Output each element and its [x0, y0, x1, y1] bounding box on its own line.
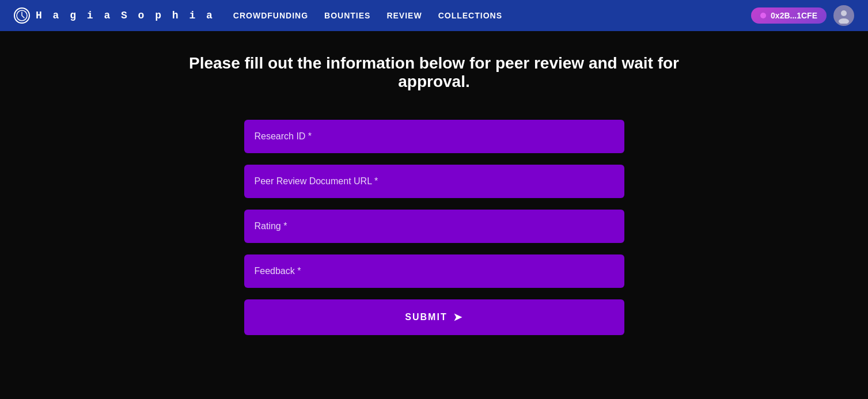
page-title: Please fill out the information below fo…: [175, 54, 693, 91]
submit-button[interactable]: SUBMIT ➤: [244, 299, 624, 335]
wallet-address: 0x2B...1CFE: [771, 11, 817, 20]
nav-bounties[interactable]: BOUNTIES: [324, 11, 370, 20]
nav-crowdfunding[interactable]: CROWDFUNDING: [233, 11, 308, 20]
nav-review[interactable]: REVIEW: [386, 11, 422, 20]
nav-links: CROWDFUNDING BOUNTIES REVIEW COLLECTIONS: [233, 11, 502, 20]
avatar[interactable]: [833, 5, 854, 26]
submit-label: SUBMIT: [405, 312, 447, 322]
nav-collections[interactable]: COLLECTIONS: [438, 11, 502, 20]
main-content: Please fill out the information below fo…: [0, 31, 868, 358]
navbar-left: H a g i a S o p h i a CROWDFUNDING BOUNT…: [14, 7, 502, 24]
svg-point-2: [839, 18, 849, 24]
form-container: SUBMIT ➤: [244, 120, 624, 335]
navbar-right: 0x2B...1CFE: [751, 5, 854, 26]
brand-name: H a g i a S o p h i a: [36, 10, 215, 21]
brand-logo[interactable]: H a g i a S o p h i a: [14, 7, 215, 24]
brand-icon: [14, 7, 30, 24]
peer-review-url-input[interactable]: [244, 165, 624, 198]
research-id-input[interactable]: [244, 120, 624, 153]
feedback-input[interactable]: [244, 254, 624, 288]
submit-arrow-icon: ➤: [453, 311, 463, 324]
wallet-dot: [760, 13, 766, 18]
rating-input[interactable]: [244, 210, 624, 243]
wallet-button[interactable]: 0x2B...1CFE: [751, 7, 827, 24]
svg-point-1: [841, 10, 847, 16]
navbar: H a g i a S o p h i a CROWDFUNDING BOUNT…: [0, 0, 868, 31]
